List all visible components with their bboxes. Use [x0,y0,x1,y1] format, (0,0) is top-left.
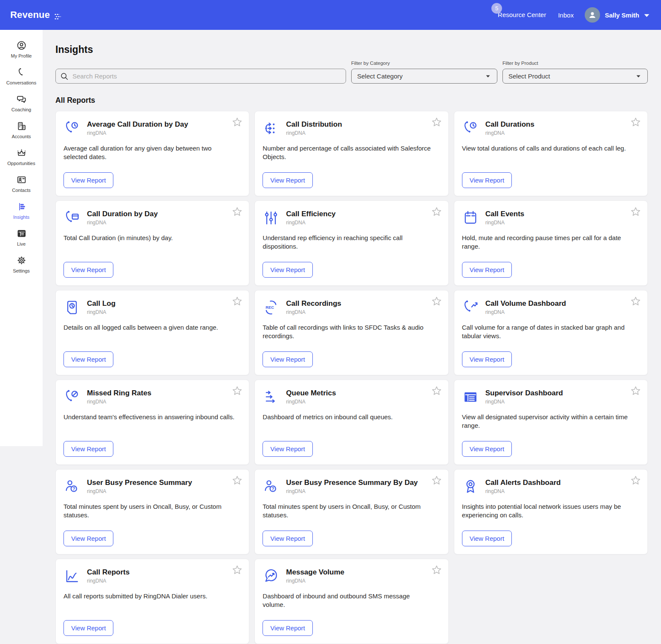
notification-badge: 5 [491,3,502,14]
report-provider: ringDNA [485,220,525,226]
line-chart-icon [64,568,81,585]
view-report-button[interactable]: View Report [462,441,512,457]
report-description: Total minutes spent by users in Oncall, … [64,502,241,520]
report-title: User Busy Presence Summary By Day [286,479,418,487]
message-trend-icon [263,568,280,585]
sidebar-item-label: My Profile [11,53,32,58]
view-report-button[interactable]: View Report [462,262,512,278]
resource-center-link[interactable]: Resource Center [498,11,546,18]
view-report-button[interactable]: View Report [64,262,113,278]
report-titles: Call Volume DashboardringDNA [485,299,566,315]
view-report-button[interactable]: View Report [462,531,512,546]
report-card-header: Missed Ring RatesringDNA [64,389,241,406]
sidebar-item-settings[interactable]: Settings [0,255,43,282]
report-title: Missed Ring Rates [87,389,151,397]
view-report-button[interactable]: View Report [64,172,113,188]
view-report-button[interactable]: View Report [64,531,113,546]
report-card-call-reports: Call ReportsringDNAAll call reports subm… [55,559,249,644]
sidebar-item-my-profile[interactable]: My Profile [0,40,43,67]
report-description: Call volume for a range of dates in stac… [462,323,640,341]
sidebar-item-accounts[interactable]: Accounts [0,121,43,148]
report-card-call-log: Call LogringDNADetails on all logged cal… [55,290,249,375]
chevron-down-icon[interactable] [644,12,650,17]
star-icon[interactable] [630,386,641,396]
sidebar-item-label: Insights [13,215,29,220]
view-report-button[interactable]: View Report [462,351,512,367]
star-icon[interactable] [431,296,442,307]
profile-icon [16,40,27,51]
view-report-button[interactable]: View Report [64,441,113,457]
star-icon[interactable] [431,117,442,128]
star-icon[interactable] [431,386,442,396]
view-report-button[interactable]: View Report [263,620,312,636]
star-icon[interactable] [630,206,641,217]
star-icon[interactable] [232,565,242,575]
report-provider: ringDNA [87,488,192,494]
report-provider: ringDNA [87,578,130,584]
chevron-down-icon [635,73,642,80]
report-card-header: Call Duration by DayringDNA [64,209,241,226]
report-card-header: ?User Busy Presence SummaryringDNA [64,478,241,495]
view-report-button[interactable]: View Report [64,351,113,367]
star-icon[interactable] [232,475,242,486]
view-report-button[interactable]: View Report [263,441,312,457]
avatar[interactable] [585,7,600,23]
star-icon[interactable] [232,296,242,307]
report-provider: ringDNA [87,130,188,136]
svg-text:?: ? [271,486,274,491]
view-report-button[interactable]: View Report [263,172,312,188]
sidebar-item-coaching[interactable]: Coaching [0,94,43,121]
phone-clock-icon [462,120,479,137]
star-icon[interactable] [232,206,242,217]
view-report-button[interactable]: View Report [263,262,312,278]
sidebar-item-live[interactable]: Live [0,228,43,255]
report-description: Understand rep efficiency in reaching sp… [263,234,440,251]
sidebar-item-insights[interactable]: Insights [0,201,43,228]
report-title: Call Efficiency [286,210,335,218]
phone-card-icon [64,209,81,226]
report-titles: Missed Ring RatesringDNA [87,389,151,405]
product-select[interactable]: Select Product [502,69,648,84]
view-report-button[interactable]: View Report [462,172,512,188]
report-title: Call Reports [87,568,130,577]
table-icon [462,389,479,406]
search-input[interactable] [72,73,341,80]
report-card-header: Message VolumeringDNA [263,568,440,585]
sidebar-item-conversations[interactable]: Conversations [0,67,43,94]
award-icon [462,478,479,495]
report-title: Queue Metrics [286,389,336,397]
view-report-button[interactable]: View Report [263,531,312,546]
star-icon[interactable] [630,296,641,307]
phone-trend-icon [462,299,479,316]
sidebar-item-opportunities[interactable]: Opportunities [0,148,43,174]
sidebar-item-contacts[interactable]: Contacts [0,174,43,201]
view-report-button[interactable]: View Report [263,351,312,367]
report-description: View all designated supervisor activity … [462,413,640,430]
report-provider: ringDNA [87,220,158,226]
category-select[interactable]: Select Category [351,69,497,84]
report-title: Call Durations [485,120,534,129]
user-question-icon: ? [64,478,81,495]
star-icon[interactable] [232,386,242,396]
star-icon[interactable] [431,475,442,486]
report-title: Call Events [485,210,525,218]
contact-card-icon [16,174,27,185]
star-icon[interactable] [431,206,442,217]
view-report-button[interactable]: View Report [64,620,113,636]
live-table-icon [16,228,27,239]
report-card-header: RECCall RecordingsringDNA [263,299,440,316]
report-card-call-durations: Call DurationsringDNAView total duration… [454,111,648,196]
star-icon[interactable] [431,565,442,575]
user-name[interactable]: Sally Smith [605,12,639,19]
report-card-header: Call EfficiencyringDNA [263,209,440,226]
star-icon[interactable] [232,117,242,128]
star-icon[interactable] [630,117,641,128]
sidebar-item-label: Contacts [12,188,30,193]
section-title: All Reports [55,96,648,105]
report-card-average-call-duration-by-day: Average Call Duration by DayringDNAAvera… [55,111,249,196]
inbox-link[interactable]: Inbox [558,12,574,19]
app-logo[interactable]: Revenue [10,9,61,20]
main-content: Insights Filter by Category Select Categ… [55,30,648,644]
report-titles: User Busy Presence Summary By DayringDNA [286,478,418,494]
star-icon[interactable] [630,475,641,486]
